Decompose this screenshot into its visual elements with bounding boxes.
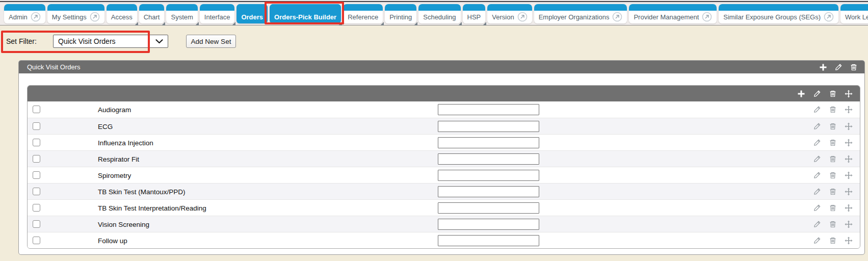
row-actions [813, 118, 860, 134]
delete-trash-icon[interactable] [829, 122, 837, 130]
row-checkbox[interactable] [33, 188, 40, 195]
tab-label: Scheduling [423, 13, 456, 21]
tab-hsp[interactable]: HSP [463, 4, 486, 23]
row-label: TB Skin Test (Mantoux/PPD) [98, 188, 186, 195]
delete-trash-icon[interactable] [829, 106, 837, 114]
row-text-input[interactable] [438, 137, 539, 148]
row-checkbox[interactable] [33, 220, 40, 228]
delete-trash-icon[interactable] [829, 188, 837, 196]
row-checkbox[interactable] [33, 237, 40, 244]
row-checkbox[interactable] [33, 155, 40, 163]
row-text-input[interactable] [438, 219, 539, 230]
edit-pencil-icon[interactable] [813, 171, 821, 179]
row-text-input[interactable] [438, 186, 539, 197]
open-in-new-window-icon[interactable] [517, 12, 528, 22]
tab-reference[interactable]: Reference [343, 4, 383, 23]
delete-trash-icon[interactable] [829, 171, 837, 179]
delete-trash-icon[interactable] [829, 220, 837, 228]
tab-label: Provider Management [634, 13, 699, 21]
tab-work-le[interactable]: Work Le [840, 4, 868, 23]
move-handle-icon[interactable] [845, 155, 853, 163]
row-label: TB Skin Test Interpretation/Reading [98, 204, 206, 212]
add-new-set-button[interactable]: Add New Set [186, 35, 236, 48]
tab-provider-management[interactable]: Provider Management [629, 4, 717, 23]
row-text-input[interactable] [438, 153, 539, 165]
row-text-input[interactable] [438, 202, 539, 214]
tab-similar-exposure-groups-segs[interactable]: Similar Exposure Groups (SEGs) [719, 4, 838, 23]
open-in-new-window-icon[interactable] [90, 12, 100, 22]
edit-pencil-icon[interactable] [813, 106, 821, 114]
edit-pencil-icon[interactable] [813, 188, 821, 196]
dropdown-corner-icon [380, 22, 384, 25]
row-checkbox[interactable] [33, 106, 40, 113]
move-handle-icon[interactable] [845, 220, 853, 228]
tab-orders-pick-builder[interactable]: Orders-Pick Builder [270, 4, 341, 23]
row-checkbox[interactable] [33, 204, 40, 212]
move-handle-icon[interactable] [845, 237, 853, 245]
tab-label: Employer Organizations [539, 13, 610, 21]
open-in-new-window-icon[interactable] [31, 12, 41, 22]
edit-pencil-icon[interactable] [834, 63, 843, 71]
add-icon[interactable] [797, 90, 805, 98]
dropdown-corner-icon [162, 22, 165, 25]
row-actions [813, 184, 860, 199]
panel-header: Quick Visit Orders [19, 61, 864, 73]
row-actions [813, 135, 860, 150]
open-in-new-window-icon[interactable] [702, 12, 712, 22]
tab-system[interactable]: System [166, 4, 197, 23]
edit-pencil-icon[interactable] [813, 139, 821, 147]
tab-interface[interactable]: Interface [200, 4, 235, 23]
tab-label: Similar Exposure Groups (SEGs) [723, 13, 821, 21]
table-rows: Audiogram ECG Influenza Injection Respir… [28, 101, 860, 248]
delete-trash-icon[interactable] [829, 237, 837, 245]
move-handle-icon[interactable] [845, 171, 853, 179]
dropdown-corner-icon [135, 22, 138, 25]
set-filter-dropdown[interactable]: Quick Visit Orders [53, 35, 168, 48]
tab-access[interactable]: Access [107, 4, 137, 23]
row-text-input[interactable] [438, 170, 539, 181]
delete-trash-icon[interactable] [829, 204, 837, 212]
tab-printing[interactable]: Printing [385, 4, 416, 23]
row-checkbox[interactable] [33, 139, 40, 146]
tab-version[interactable]: Version [487, 4, 532, 23]
table-row: Influenza Injection [28, 134, 860, 150]
tab-orders[interactable]: Orders [236, 4, 268, 23]
edit-pencil-icon[interactable] [813, 220, 821, 228]
tab-label: Chart [144, 13, 160, 21]
tab-label: HSP [467, 13, 481, 21]
row-text-input[interactable] [438, 104, 539, 115]
open-in-new-window-icon[interactable] [612, 12, 622, 22]
delete-trash-icon[interactable] [850, 63, 858, 71]
tab-my-settings[interactable]: My Settings [47, 4, 104, 23]
row-label: ECG [98, 122, 113, 130]
tab-employer-organizations[interactable]: Employer Organizations [534, 4, 627, 23]
move-handle-icon[interactable] [845, 188, 853, 196]
row-text-input[interactable] [438, 121, 539, 132]
delete-trash-icon[interactable] [829, 139, 837, 147]
move-handle-icon[interactable] [845, 90, 853, 98]
edit-pencil-icon[interactable] [813, 90, 821, 98]
row-text-input[interactable] [438, 235, 539, 246]
delete-trash-icon[interactable] [829, 155, 837, 163]
add-icon[interactable] [819, 63, 827, 71]
edit-pencil-icon[interactable] [813, 237, 821, 245]
row-checkbox[interactable] [33, 171, 40, 179]
edit-pencil-icon[interactable] [813, 204, 821, 212]
tab-chart[interactable]: Chart [139, 4, 165, 23]
edit-pencil-icon[interactable] [813, 122, 821, 130]
row-actions [813, 167, 860, 183]
move-handle-icon[interactable] [845, 139, 853, 147]
edit-pencil-icon[interactable] [813, 155, 821, 163]
row-label: Vision Screening [98, 220, 149, 228]
move-handle-icon[interactable] [845, 204, 853, 212]
tab-admin[interactable]: Admin [4, 4, 45, 23]
delete-trash-icon[interactable] [829, 90, 837, 98]
table-row: Follow up [28, 232, 860, 248]
open-in-new-window-icon[interactable] [824, 12, 834, 22]
row-checkbox[interactable] [33, 122, 40, 130]
row-actions [813, 151, 860, 167]
move-handle-icon[interactable] [845, 122, 853, 130]
tab-scheduling[interactable]: Scheduling [418, 4, 460, 23]
move-handle-icon[interactable] [845, 106, 853, 114]
dropdown-corner-icon [414, 22, 417, 25]
